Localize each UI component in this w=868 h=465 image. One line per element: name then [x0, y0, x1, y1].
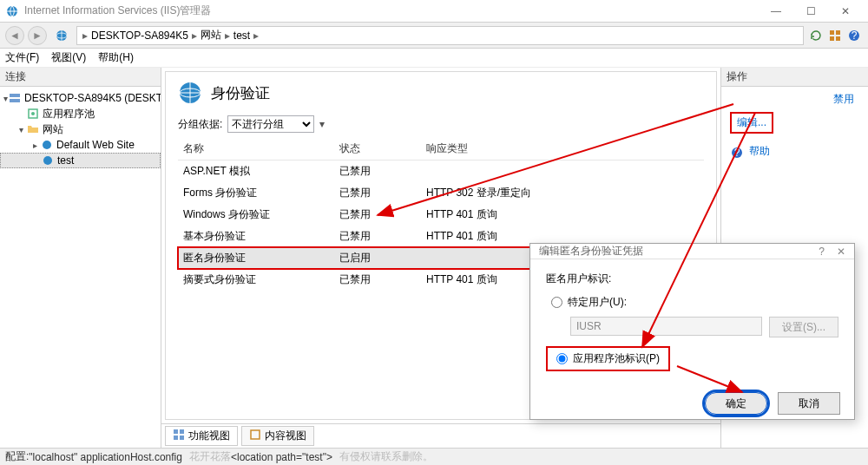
radio-app-pool-label: 应用程序池标识(P): [573, 351, 660, 366]
svg-rect-17: [174, 429, 178, 434]
breadcrumb-sites[interactable]: 网站: [201, 28, 221, 43]
svg-point-13: [43, 141, 51, 149]
close-button[interactable]: ✕: [828, 3, 863, 20]
tree-test-label: test: [57, 154, 74, 167]
col-name[interactable]: 名称: [178, 138, 334, 160]
actions-header: 操作: [721, 68, 868, 87]
group-by-select[interactable]: 不进行分组: [227, 115, 314, 133]
breadcrumb[interactable]: ▸ DESKTOP-SA894K5 ▸ 网站 ▸ test ▸: [76, 26, 804, 45]
tree-default-label: Default Web Site: [56, 139, 135, 151]
svg-text:?: ?: [734, 147, 740, 159]
svg-rect-20: [180, 436, 184, 440]
dialog-close-icon[interactable]: ✕: [837, 246, 845, 258]
radio-app-pool-highlight: 应用程序池标识(P): [546, 346, 670, 371]
group-by-label: 分组依据:: [178, 117, 222, 132]
nav-forward-button[interactable]: ►: [28, 26, 47, 45]
window-title: Internet Information Services (IIS)管理器: [24, 3, 211, 18]
maximize-button[interactable]: ☐: [793, 3, 828, 20]
tree-default-site[interactable]: ▸ Default Web Site: [0, 137, 161, 153]
connections-header: 连接: [0, 68, 161, 87]
dropdown-icon: ▾: [319, 118, 325, 130]
chevron-right-icon: ▸: [82, 29, 88, 42]
action-edit-highlight: 编辑...: [730, 112, 773, 134]
view-tabs: 功能视图 内容视图: [161, 423, 720, 448]
expand-icon[interactable]: ▾: [16, 125, 26, 134]
watermark: 花开花落: [189, 449, 231, 464]
app-icon: [5, 4, 19, 18]
radio-specific-label: 特定用户(U):: [568, 295, 627, 310]
chevron-right-icon: ▸: [253, 29, 259, 42]
folder-icon: [26, 122, 40, 136]
help-icon[interactable]: ?: [845, 27, 863, 44]
dialog-help-icon[interactable]: ?: [819, 246, 825, 258]
status-prefix: 配置:: [5, 449, 29, 464]
tree-test-site[interactable]: test: [0, 153, 161, 168]
svg-rect-3: [830, 30, 834, 35]
action-edit[interactable]: 编辑...: [737, 115, 766, 130]
svg-rect-4: [836, 30, 840, 35]
tree-app-pools[interactable]: 应用程序池: [0, 106, 161, 121]
action-help[interactable]: 帮助: [749, 144, 770, 159]
address-bar: ◄ ► ▸ DESKTOP-SA894K5 ▸ 网站 ▸ test ▸ ?: [0, 23, 868, 49]
cancel-button[interactable]: 取消: [778, 392, 840, 415]
globe-icon: [54, 28, 69, 43]
status-text: "localhost" applicationHost.config: [29, 451, 182, 463]
svg-rect-5: [830, 36, 834, 41]
svg-rect-18: [180, 429, 184, 434]
connections-tree[interactable]: ▾ DESKTOP-SA894K5 (DESKTO 应用程序池 ▾ 网站 ▸ D…: [0, 87, 161, 448]
set-user-button[interactable]: 设置(S)...: [769, 317, 838, 337]
chevron-right-icon: ▸: [225, 29, 230, 42]
svg-rect-6: [836, 36, 840, 41]
tree-root-label: DESKTOP-SA894K5 (DESKTO: [24, 92, 161, 104]
table-row[interactable]: Forms 身份验证 已禁用 HTTP 302 登录/重定向: [178, 182, 704, 204]
dialog-title-bar: 编辑匿名身份验证凭据 ? ✕: [530, 244, 854, 259]
tree-sites-label: 网站: [43, 122, 63, 137]
svg-rect-21: [251, 430, 260, 439]
server-icon: [8, 91, 22, 105]
tab-content[interactable]: 内容视图: [241, 426, 314, 446]
tree-root[interactable]: ▾ DESKTOP-SA894K5 (DESKTO: [0, 90, 161, 106]
radio-specific-user[interactable]: 特定用户(U):: [546, 295, 838, 310]
site-icon: [41, 154, 55, 167]
minimize-button[interactable]: —: [759, 3, 793, 20]
edit-anonymous-dialog: 编辑匿名身份验证凭据 ? ✕ 匿名用户标识: 特定用户(U): 设置(S)...…: [529, 243, 855, 420]
radio-specific-input[interactable]: [551, 297, 562, 308]
page-title: 身份验证: [211, 83, 270, 103]
table-row[interactable]: Windows 身份验证 已禁用 HTTP 401 质询: [178, 204, 704, 226]
features-icon: [173, 429, 185, 443]
site-icon: [40, 138, 54, 152]
connections-panel: 连接 ▾ DESKTOP-SA894K5 (DESKTO 应用程序池 ▾ 网站 …: [0, 68, 161, 448]
dialog-title: 编辑匿名身份验证凭据: [539, 244, 643, 259]
tab-features[interactable]: 功能视图: [165, 426, 238, 446]
specific-user-field[interactable]: [570, 317, 762, 336]
title-bar: Internet Information Services (IIS)管理器 —…: [0, 0, 868, 23]
expand-icon[interactable]: ▸: [30, 141, 40, 150]
authentication-icon: [178, 81, 202, 105]
svg-text:?: ?: [852, 29, 858, 42]
help-icon: ?: [730, 146, 744, 162]
radio-app-pool-input[interactable]: [556, 353, 568, 364]
grid-icon[interactable]: [826, 27, 844, 44]
col-status[interactable]: 状态: [334, 138, 421, 160]
breadcrumb-test[interactable]: test: [233, 29, 250, 42]
menu-help[interactable]: 帮助(H): [98, 50, 134, 65]
table-row[interactable]: ASP.NET 模拟 已禁用: [178, 160, 704, 182]
svg-point-14: [43, 156, 52, 165]
menu-bar: 文件(F) 视图(V) 帮助(H): [0, 49, 868, 68]
tree-pool-label: 应用程序池: [43, 107, 95, 121]
menu-file[interactable]: 文件(F): [5, 50, 39, 65]
action-disable[interactable]: 禁用: [730, 92, 859, 107]
status-location: <location path="test">: [231, 451, 332, 463]
breadcrumb-root[interactable]: DESKTOP-SA894K5: [91, 29, 188, 42]
ok-button[interactable]: 确定: [705, 392, 767, 415]
nav-back-button[interactable]: ◄: [5, 26, 24, 45]
grid-header: 名称 状态 响应类型: [178, 138, 704, 160]
refresh-icon[interactable]: [807, 27, 825, 44]
menu-view[interactable]: 视图(V): [51, 50, 86, 65]
tree-sites[interactable]: ▾ 网站: [0, 121, 161, 137]
svg-point-12: [31, 112, 35, 115]
col-response[interactable]: 响应类型: [421, 138, 704, 160]
anonymous-identity-label: 匿名用户标识:: [546, 272, 838, 286]
watermark: 有侵权请联系删除。: [339, 449, 433, 464]
svg-rect-10: [10, 99, 20, 102]
